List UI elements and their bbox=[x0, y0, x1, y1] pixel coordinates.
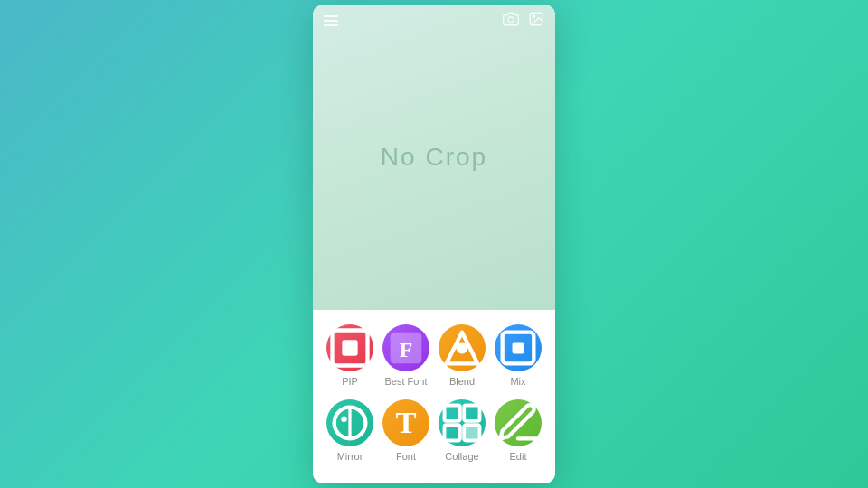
svg-rect-10 bbox=[513, 343, 524, 354]
collage-label: Collage bbox=[445, 451, 478, 462]
menu-icon[interactable] bbox=[324, 15, 338, 26]
blend-circle bbox=[439, 324, 486, 371]
mirror-label: Mirror bbox=[337, 451, 363, 462]
tool-pip[interactable]: PIP bbox=[326, 324, 373, 387]
tool-bestfont[interactable]: F Best Font bbox=[382, 324, 429, 387]
mix-label: Mix bbox=[510, 376, 525, 387]
top-bar-icons bbox=[503, 11, 544, 31]
svg-point-2 bbox=[533, 15, 534, 17]
top-bar bbox=[313, 5, 555, 37]
tool-mirror[interactable]: Mirror bbox=[326, 399, 373, 462]
collage-circle bbox=[439, 399, 486, 446]
tool-edit[interactable]: Edit bbox=[495, 399, 542, 462]
font-circle: T bbox=[382, 399, 429, 446]
bestfont-circle: F bbox=[382, 324, 429, 371]
font-label: Font bbox=[396, 451, 416, 462]
tool-blend[interactable]: Blend bbox=[439, 324, 486, 387]
canvas-area: No Crop bbox=[313, 5, 555, 310]
svg-point-0 bbox=[508, 17, 514, 23]
pip-circle bbox=[326, 324, 373, 371]
gallery-icon[interactable] bbox=[528, 11, 544, 31]
canvas-title: No Crop bbox=[381, 143, 487, 172]
tools-row-1: PIP F Best Font Blend Mix bbox=[322, 324, 546, 387]
tool-collage[interactable]: Collage bbox=[439, 399, 486, 462]
svg-text:T: T bbox=[395, 405, 416, 439]
svg-point-8 bbox=[457, 343, 468, 354]
svg-rect-15 bbox=[445, 406, 460, 421]
blend-label: Blend bbox=[449, 376, 475, 387]
camera-icon[interactable] bbox=[503, 11, 519, 31]
svg-rect-18 bbox=[464, 425, 479, 440]
edit-circle bbox=[495, 399, 542, 446]
tool-mix[interactable]: Mix bbox=[495, 324, 542, 387]
svg-rect-17 bbox=[445, 425, 460, 440]
phone-container: No Crop PIP F Best Font Blend bbox=[313, 5, 555, 483]
svg-rect-16 bbox=[464, 406, 479, 421]
bestfont-label: Best Font bbox=[384, 376, 427, 387]
mirror-circle bbox=[326, 399, 373, 446]
tools-panel: PIP F Best Font Blend Mix bbox=[313, 310, 555, 483]
tool-font[interactable]: T Font bbox=[382, 399, 429, 462]
edit-label: Edit bbox=[510, 451, 527, 462]
svg-point-12 bbox=[341, 416, 347, 422]
svg-text:F: F bbox=[400, 338, 413, 361]
pip-label: PIP bbox=[342, 376, 358, 387]
mix-circle bbox=[495, 324, 542, 371]
svg-rect-4 bbox=[342, 340, 357, 355]
tools-row-2: Mirror T Font Collage Edit bbox=[322, 399, 546, 462]
